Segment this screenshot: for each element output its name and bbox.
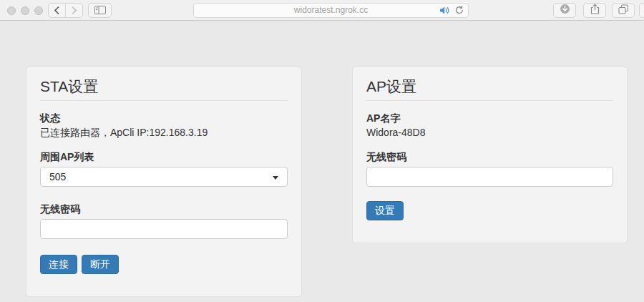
back-button[interactable]	[49, 4, 65, 17]
ap-list-select[interactable]: 505	[40, 167, 288, 187]
ap-password-group: 无线密码	[366, 150, 613, 187]
share-button[interactable]	[583, 3, 606, 18]
sta-status-value: 已连接路由器，ApCli IP:192.168.3.19	[40, 126, 288, 139]
chevron-down-icon	[273, 176, 278, 180]
forward-button[interactable]	[65, 4, 82, 17]
window-controls	[7, 6, 43, 15]
address-bar-url: widoratest.ngrok.cc	[194, 4, 468, 17]
ap-password-input[interactable]	[366, 167, 613, 187]
sta-password-input[interactable]	[40, 219, 288, 239]
zoom-window-button[interactable]	[34, 6, 43, 15]
address-bar[interactable]: widoratest.ngrok.cc	[193, 3, 469, 18]
sta-password-label: 无线密码	[40, 203, 288, 215]
sta-settings-card: STA设置 状态 已连接路由器，ApCli IP:192.168.3.19 周围…	[26, 67, 302, 297]
new-tab-button-partial[interactable]: –	[639, 3, 644, 18]
sta-ap-list-label: 周围AP列表	[40, 150, 288, 163]
web-page-content: STA设置 状态 已连接路由器，ApCli IP:192.168.3.19 周围…	[0, 21, 644, 302]
ap-list-selected-value: 505	[49, 171, 66, 182]
set-button[interactable]: 设置	[366, 201, 404, 220]
history-nav-group	[48, 3, 83, 18]
download-icon	[560, 4, 570, 17]
tabs-icon	[618, 4, 629, 17]
sta-button-row: 连接 断开	[40, 255, 288, 274]
ap-name-group: AP名字 Widora-48D8	[366, 112, 613, 139]
ap-button-row: 设置	[366, 201, 613, 220]
title-divider	[366, 100, 613, 101]
sta-ap-list-group: 周围AP列表 505	[40, 150, 288, 187]
share-icon	[590, 4, 600, 17]
reload-icon[interactable]	[454, 5, 464, 18]
minimize-window-button[interactable]	[21, 6, 29, 15]
chevron-left-icon	[54, 4, 60, 17]
sta-card-title: STA设置	[40, 77, 288, 96]
audio-playing-icon[interactable]	[439, 5, 450, 18]
title-divider	[40, 100, 288, 101]
chevron-right-icon	[71, 4, 77, 17]
browser-toolbar: widoratest.ngrok.cc	[0, 0, 644, 21]
ap-name-label: AP名字	[366, 112, 613, 125]
connect-button[interactable]: 连接	[40, 255, 77, 274]
disconnect-button[interactable]: 断开	[82, 255, 119, 274]
safari-window: widoratest.ngrok.cc	[0, 0, 644, 302]
sta-status-label: 状态	[40, 112, 288, 125]
ap-name-value: Widora-48D8	[366, 126, 613, 139]
sidebar-icon	[94, 4, 106, 17]
ap-card-title: AP设置	[366, 77, 613, 96]
sta-password-group: 无线密码	[40, 203, 288, 239]
close-window-button[interactable]	[7, 6, 16, 15]
tab-overview-button[interactable]	[612, 3, 635, 18]
sta-status-group: 状态 已连接路由器，ApCli IP:192.168.3.19	[40, 112, 288, 139]
downloads-button[interactable]	[553, 3, 576, 18]
ap-password-label: 无线密码	[366, 150, 613, 163]
sidebar-toggle-button[interactable]	[88, 3, 112, 18]
ap-settings-card: AP设置 AP名字 Widora-48D8 无线密码 设置	[352, 67, 628, 243]
